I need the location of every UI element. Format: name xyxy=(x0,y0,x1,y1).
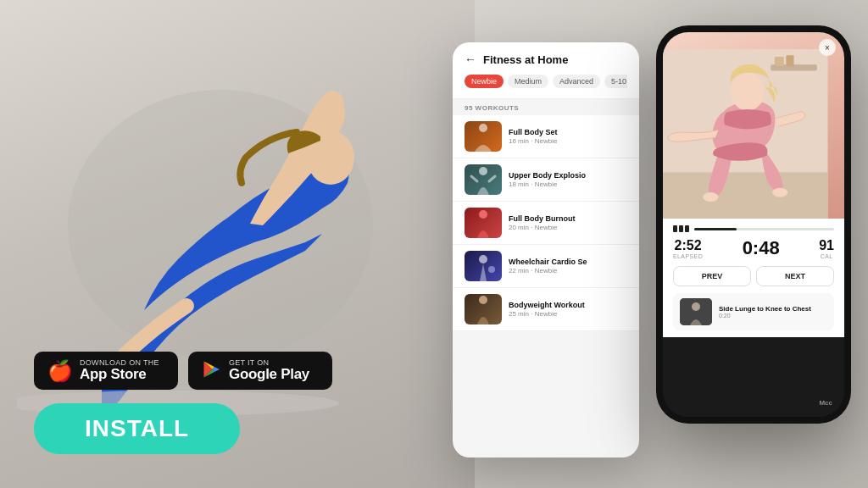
app-screen-title: Fitness at Home xyxy=(483,53,568,66)
watermark: Mcc xyxy=(819,399,832,407)
thumb-person-icon-3 xyxy=(465,208,502,238)
svg-line-5 xyxy=(471,176,477,181)
workout-name-2: Upper Body Explosio xyxy=(509,171,627,180)
install-button[interactable]: INSTALL xyxy=(34,403,240,454)
google-play-text: GET IT ON Google Play xyxy=(229,358,309,383)
nav-buttons: PREV NEXT xyxy=(673,266,834,286)
svg-rect-13 xyxy=(775,57,784,66)
progress-dot-1 xyxy=(673,225,677,232)
model-figure-svg xyxy=(663,49,828,219)
filter-pill-5-10min[interactable]: 5-10 min xyxy=(604,75,627,88)
left-content: 🍎 Download on the App Store GET IT ON Go… xyxy=(34,352,332,454)
cal-value: 91 xyxy=(819,238,834,253)
timer-stat: 0:48 xyxy=(743,237,780,259)
app-store-sub-label: Download on the xyxy=(80,358,159,367)
svg-point-16 xyxy=(731,72,765,110)
app-store-text: Download on the App Store xyxy=(80,358,159,383)
workout-thumb-4 xyxy=(465,251,502,281)
workout-info-1: Full Body Set 16 min · Newbie xyxy=(509,128,627,145)
workout-info-2: Upper Body Explosio 18 min · Newbie xyxy=(509,171,627,188)
filter-pills: Newbie Medium Advanced 5-10 min 10-20 mi… xyxy=(465,71,627,92)
workout-info-5: Bodyweight Workout 25 min · Newbie xyxy=(509,301,627,318)
workout-item-5[interactable]: Bodyweight Workout 25 min · Newbie xyxy=(453,288,639,331)
workout-item-4[interactable]: Wheelchair Cardio Se 22 min · Newbie xyxy=(453,245,639,288)
google-play-sub-label: GET IT ON xyxy=(229,358,309,367)
apple-icon: 🍎 xyxy=(47,361,73,381)
next-exercise-duration: 0:20 xyxy=(719,313,827,319)
prev-button[interactable]: PREV xyxy=(673,266,751,286)
filter-pill-medium[interactable]: Medium xyxy=(508,75,548,88)
phone-top-image: × xyxy=(663,32,844,219)
elapsed-stat: 2:52 ELAPSED xyxy=(673,238,703,259)
phone-screen: × xyxy=(663,32,844,417)
phone-mockup: × xyxy=(656,25,851,424)
workout-thumb-2 xyxy=(465,164,502,195)
workout-name-5: Bodyweight Workout xyxy=(509,301,627,309)
filter-pill-newbie[interactable]: Newbie xyxy=(465,75,504,88)
svg-point-7 xyxy=(479,210,487,219)
app-screen: ← Fitness at Home Newbie Medium Advanced… xyxy=(453,42,639,458)
phones-container: ← Fitness at Home Newbie Medium Advanced… xyxy=(453,8,851,458)
workout-meta-4: 22 min · Newbie xyxy=(509,267,627,274)
timer-value: 0:48 xyxy=(743,237,780,259)
app-store-main-label: App Store xyxy=(80,367,159,383)
workout-meta-3: 20 min · Newbie xyxy=(509,224,627,231)
workout-meta-2: 18 min · Newbie xyxy=(509,180,627,188)
next-exercise: Side Lunge to Knee to Chest 0:20 xyxy=(673,293,834,330)
thumb-person-icon-5 xyxy=(465,294,502,324)
svg-line-6 xyxy=(489,176,495,181)
back-arrow-icon[interactable]: ← xyxy=(465,53,476,66)
google-play-main-label: Google Play xyxy=(229,367,309,383)
elapsed-value: 2:52 xyxy=(673,238,703,253)
workouts-count: 95 WORKOUTS xyxy=(453,99,639,115)
next-exercise-name: Side Lunge to Knee to Chest xyxy=(719,305,827,313)
workout-thumb-3 xyxy=(465,208,502,238)
workout-meta-5: 25 min · Newbie xyxy=(509,310,627,318)
workout-stats: 2:52 ELAPSED 0:48 91 CAL PREV NEXT xyxy=(663,219,844,337)
stats-row: 2:52 ELAPSED 0:48 91 CAL xyxy=(673,237,834,259)
workout-meta-1: 16 min · Newbie xyxy=(509,137,627,145)
svg-point-4 xyxy=(479,167,487,175)
thumb-person-icon-1 xyxy=(465,121,502,152)
phone-close-button[interactable]: × xyxy=(819,39,836,56)
workout-thumb-5 xyxy=(465,294,502,324)
workout-list: Full Body Set 16 min · Newbie xyxy=(453,115,639,331)
elapsed-label: ELAPSED xyxy=(673,253,703,259)
thumb-person-icon-4 xyxy=(465,251,502,281)
app-store-button[interactable]: 🍎 Download on the App Store xyxy=(34,352,178,390)
svg-rect-14 xyxy=(786,55,793,66)
progress-bar xyxy=(694,228,834,230)
app-nav: ← Fitness at Home xyxy=(465,53,627,66)
workout-item-2[interactable]: Upper Body Explosio 18 min · Newbie xyxy=(453,158,639,202)
filter-pill-advanced[interactable]: Advanced xyxy=(553,75,600,88)
store-buttons-container: 🍎 Download on the App Store GET IT ON Go… xyxy=(34,352,332,390)
workout-item-3[interactable]: Full Body Burnout 20 min · Newbie xyxy=(453,202,639,245)
workout-thumb-1 xyxy=(465,121,502,152)
workout-info-4: Wheelchair Cardio Se 22 min · Newbie xyxy=(509,258,627,274)
workout-name-4: Wheelchair Cardio Se xyxy=(509,258,627,266)
thumb-person-icon-2 xyxy=(465,164,502,195)
svg-point-18 xyxy=(772,188,787,197)
workout-info-3: Full Body Burnout 20 min · Newbie xyxy=(509,214,627,231)
app-header: ← Fitness at Home Newbie Medium Advanced… xyxy=(453,42,639,99)
workout-item-1[interactable]: Full Body Set 16 min · Newbie xyxy=(453,115,639,158)
cal-stat: 91 CAL xyxy=(819,238,834,259)
svg-point-9 xyxy=(488,266,495,273)
svg-rect-15 xyxy=(663,172,828,219)
next-exercise-thumb xyxy=(680,298,712,325)
workout-name-1: Full Body Set xyxy=(509,128,627,136)
next-exercise-info: Side Lunge to Knee to Chest 0:20 xyxy=(719,305,827,319)
svg-point-3 xyxy=(479,124,487,132)
svg-point-10 xyxy=(479,296,487,304)
progress-dot-3 xyxy=(685,225,689,232)
svg-point-8 xyxy=(479,255,487,263)
cal-label: CAL xyxy=(819,253,834,259)
google-play-button[interactable]: GET IT ON Google Play xyxy=(188,352,332,390)
progress-dot-2 xyxy=(679,225,683,232)
google-play-icon xyxy=(202,359,222,383)
next-button[interactable]: NEXT xyxy=(756,266,834,286)
svg-point-20 xyxy=(692,302,700,311)
workout-name-3: Full Body Burnout xyxy=(509,214,627,223)
progress-fill xyxy=(694,228,737,230)
progress-dots xyxy=(673,225,689,232)
